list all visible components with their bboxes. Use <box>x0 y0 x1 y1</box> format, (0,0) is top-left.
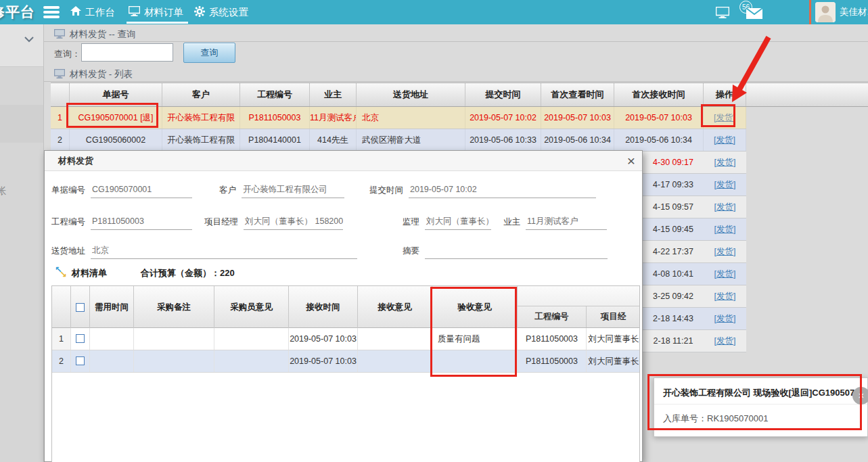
field-submit-time: 提交时间2019-05-07 10:02 <box>369 182 596 200</box>
col-first-receive-time[interactable]: 首次接收时间 <box>614 83 704 106</box>
user-name[interactable]: 美佳材... <box>840 6 868 18</box>
col-index <box>52 286 71 328</box>
cell-first-receive-time: 4-08 10:41 <box>643 263 704 285</box>
ship-link[interactable]: [发货] <box>714 180 736 189</box>
table-row-partial[interactable]: 2-18 14:43 [发货] <box>643 308 746 330</box>
col-owner[interactable]: 业主 <box>310 83 357 106</box>
col-doc-no[interactable]: 单据号 <box>70 83 162 106</box>
modal-header: 材料发货 × <box>45 151 642 171</box>
field-owner: 业主11月测试客户 <box>503 214 607 231</box>
table-row[interactable]: 1 CG1905070001 [退] 开心装饰工程有限 P1811050003 … <box>51 107 746 129</box>
col-receive-time[interactable]: 接收时间 <box>289 286 358 328</box>
cell-customer: 开心装饰工程有限 <box>162 129 240 151</box>
mail-icon[interactable] <box>746 8 762 21</box>
cell-first-receive-time: 2019-05-06 10:34 <box>614 129 704 151</box>
monitor-icon <box>54 69 65 80</box>
ship-link[interactable]: [发货] <box>714 292 736 301</box>
notification-body: 入库单号：RK1905070001 <box>654 405 867 425</box>
cell-first-receive-time: 3-25 09:42 <box>643 285 704 307</box>
field-address: 送货地址北京 <box>51 243 357 260</box>
field-summary: 摘要 <box>403 243 608 260</box>
cell-project-manager: 刘大同董事长 <box>587 328 640 350</box>
col-need-time[interactable]: 需用时间 <box>90 286 134 328</box>
table-row[interactable]: 2 CG1905060002 开心装饰工程有限 P1804140001 414先… <box>51 129 746 152</box>
query-input[interactable] <box>81 43 173 62</box>
table-row-partial[interactable]: 4-15 09:45 [发货] <box>643 218 746 241</box>
col-purchase-note[interactable]: 采购备注 <box>134 286 214 328</box>
query-button[interactable]: 查询 <box>183 43 235 63</box>
resize-arrows-icon[interactable]: ↖↘ <box>55 267 67 279</box>
field-customer: 客户开心装饰工程有限公司 <box>219 182 344 200</box>
cell-first-receive-time: 4-22 17:37 <box>643 241 704 262</box>
ship-link[interactable]: [发货] <box>714 247 736 256</box>
cell-action: [发货] <box>704 218 746 240</box>
col-receive-opinion[interactable]: 接收意见 <box>358 286 432 328</box>
col-project-no[interactable]: 工程编号 <box>240 83 310 106</box>
budget-total: 合计预算（金额）：220 <box>141 267 235 279</box>
ship-link[interactable]: [发货] <box>714 158 736 167</box>
detail-table-header: 需用时间 采购备注 采购员意见 接收时间 接收意见 验收意见 工程编号 项目经 <box>52 286 639 328</box>
ship-link[interactable]: [发货] <box>714 113 735 122</box>
query-label: 查询： <box>54 48 81 60</box>
detail-row[interactable]: 1 2019-05-07 10:03 质量有问题 P1811050003 刘大同… <box>52 328 639 350</box>
col-inspect-opinion[interactable]: 验收意见 <box>432 286 518 328</box>
cell-action: [发货] <box>704 152 746 173</box>
material-detail-title: 材料清单 <box>72 267 107 279</box>
cell-owner: 414先生 <box>310 129 357 151</box>
table-row-partial[interactable]: 4-30 09:17 [发货] <box>643 152 746 174</box>
ship-link[interactable]: [发货] <box>714 225 736 234</box>
col-customer[interactable]: 客户 <box>162 83 240 106</box>
cell-purchaser-opinion <box>214 350 289 372</box>
col-project-no[interactable]: 工程编号 <box>518 306 587 327</box>
ship-link[interactable]: [发货] <box>714 202 736 212</box>
table-row-partial[interactable]: 4-17 09:33 [发货] <box>643 174 746 196</box>
col-purchaser-opinion[interactable]: 采购员意见 <box>214 286 289 328</box>
close-icon[interactable]: × <box>852 387 868 405</box>
cell-action: [发货] <box>704 241 746 262</box>
close-icon[interactable]: × <box>627 152 635 170</box>
cell-action: [发货] <box>704 129 746 151</box>
col-project-manager[interactable]: 项目经 <box>587 306 640 327</box>
screen-share-icon[interactable] <box>716 7 729 20</box>
nav-workbench[interactable]: 工作台 <box>70 0 115 24</box>
user-avatar[interactable] <box>815 2 836 22</box>
cell-receive-time: 2019-05-07 10:03 <box>289 328 358 350</box>
field-project-manager: 项目经理刘大同（董事长） 1582001 <box>204 214 343 231</box>
cell-receive-time: 2019-05-07 10:03 <box>289 350 358 372</box>
cell-first-receive-time: 4-17 09:33 <box>643 174 704 195</box>
material-detail-table: 需用时间 采购备注 采购员意见 接收时间 接收意见 验收意见 工程编号 项目经 … <box>51 285 640 462</box>
table-row-partial[interactable]: 4-08 10:41 [发货] <box>643 263 746 285</box>
sidebar-item-partial[interactable]: 帐 <box>0 185 6 198</box>
col-first-view-time[interactable]: 首次查看时间 <box>541 83 614 106</box>
ship-link[interactable]: [发货] <box>714 336 736 346</box>
cell-action: [发货] <box>704 285 746 307</box>
ship-link[interactable]: [发货] <box>714 314 736 323</box>
nav-material-orders[interactable]: 材料订单 <box>129 0 183 24</box>
query-section-title: 材料发货 -- 查询 <box>54 28 136 41</box>
row-checkbox[interactable] <box>76 334 85 343</box>
cell-project-no: P1811050003 <box>240 107 310 129</box>
detail-row[interactable]: 2 2019-05-07 10:03 P1811050003 刘大同董事长 <box>52 350 639 373</box>
col-checkbox <box>71 286 90 328</box>
col-submit-time[interactable]: 提交时间 <box>465 83 541 106</box>
hamburger-menu-icon[interactable] <box>43 6 60 18</box>
ship-link[interactable]: [发货] <box>714 269 736 279</box>
table-row-partial[interactable]: 4-15 09:57 [发货] <box>643 196 746 218</box>
nav-system-settings[interactable]: 系统设置 <box>194 0 248 24</box>
cell-first-receive-time: 2-18 11:21 <box>643 330 704 352</box>
select-all-checkbox[interactable] <box>76 303 85 312</box>
sidebar-band <box>0 105 43 143</box>
table-row-partial[interactable]: 3-25 09:42 [发货] <box>643 285 746 308</box>
table-row-partial[interactable]: 2-18 11:21 [发货] <box>643 330 746 352</box>
cell-receive-opinion <box>358 350 432 372</box>
cell-first-receive-time: 4-15 09:57 <box>643 196 704 218</box>
row-checkbox[interactable] <box>76 356 85 365</box>
cell-action: [发货] <box>704 308 746 329</box>
ship-link[interactable]: [发货] <box>714 135 735 145</box>
chevron-down-icon[interactable] <box>24 35 34 45</box>
cell-submit-time: 2019-05-06 10:33 <box>465 129 541 151</box>
col-action[interactable]: 操作 <box>704 83 746 106</box>
table-row-partial[interactable]: 4-22 17:37 [发货] <box>643 241 746 263</box>
notification-popup[interactable]: 开心装饰工程有限公司 现场验收[退回]CG190507000 入库单号：RK19… <box>654 377 868 437</box>
col-address[interactable]: 送货地址 <box>357 83 465 106</box>
